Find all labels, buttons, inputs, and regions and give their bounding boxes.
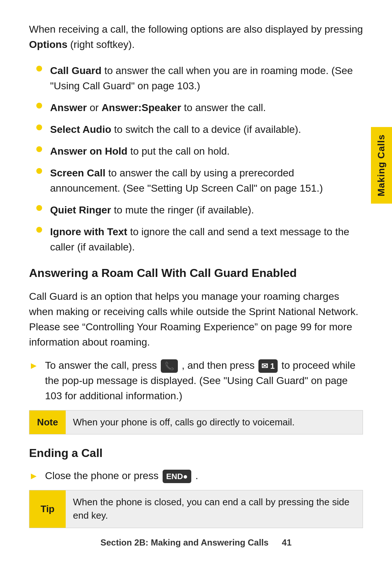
section2-arrow-list: ► Close the phone or press END● . xyxy=(29,468,363,483)
answerhold-text: to put the call on hold. xyxy=(130,146,230,157)
bullet-text-answer: Answer or Answer:Speaker to answer the c… xyxy=(50,100,363,115)
footer-page-number: 41 xyxy=(282,538,292,547)
quietringer-text: to mute the ringer (if available). xyxy=(114,204,254,216)
bullet-dot xyxy=(36,227,42,233)
bullet-item-answerhold: Answer on Hold to put the call on hold. xyxy=(29,144,363,159)
bullet-text-screencall: Screen Call to answer the call by using … xyxy=(50,166,363,196)
section1-arrow-list: ► To answer the call, press 📞 , and then… xyxy=(29,358,363,404)
intro-text: When receiving a call, the following opt… xyxy=(29,24,363,35)
bullet-item-selectaudio: Select Audio to switch the call to a dev… xyxy=(29,122,363,137)
bullet-dot xyxy=(36,124,42,130)
arrow-text-before: To answer the call, press xyxy=(45,360,160,371)
selectaudio-text: to switch the call to a device (if avail… xyxy=(114,124,301,135)
section2-arrow-item: ► Close the phone or press END● . xyxy=(29,468,363,483)
answerspeaker-bold: Answer:Speaker xyxy=(102,102,181,113)
bullet-text-selectaudio: Select Audio to switch the call to a dev… xyxy=(50,122,363,137)
screencall-bold: Screen Call xyxy=(50,167,106,179)
side-tab: Making Calls xyxy=(371,127,392,204)
answer-bold: Answer xyxy=(50,102,87,113)
selectaudio-bold: Select Audio xyxy=(50,124,111,135)
intro-bold: Options xyxy=(29,39,68,50)
bullet-item-quietringer: Quiet Ringer to mute the ringer (if avai… xyxy=(29,203,363,218)
ignorewithtext-bold: Ignore with Text xyxy=(50,226,127,237)
section2-heading: Ending a Call xyxy=(29,445,363,461)
bullet-text-answerhold: Answer on Hold to put the call on hold. xyxy=(50,144,363,159)
note-label: Note xyxy=(29,411,66,434)
close-text-after: . xyxy=(195,470,198,481)
page-container: Making Calls When receiving a call, the … xyxy=(0,0,392,564)
note-content: When your phone is off, calls go directl… xyxy=(66,411,363,434)
bullet-dot xyxy=(36,168,42,174)
bullet-dot xyxy=(36,66,42,72)
bullet-item-screencall: Screen Call to answer the call by using … xyxy=(29,166,363,196)
tip-box: Tip When the phone is closed, you can en… xyxy=(29,490,363,528)
callguard-bold: Call Guard xyxy=(50,65,102,76)
section1-body: Call Guard is an option that helps you m… xyxy=(29,289,363,350)
bullet-dot xyxy=(36,146,42,152)
side-tab-label: Making Calls xyxy=(375,134,388,196)
bullet-list: Call Guard to answer the call when you a… xyxy=(29,63,363,255)
arrow-icon-2: ► xyxy=(29,469,38,483)
msg1-button-icon: ✉ 1 xyxy=(258,359,277,373)
bullet-text-ignorewithtext: Ignore with Text to ignore the call and … xyxy=(50,224,363,255)
intro-text2: (right softkey). xyxy=(68,39,135,50)
bullet-item-callguard: Call Guard to answer the call when you a… xyxy=(29,63,363,94)
bullet-dot xyxy=(36,103,42,109)
bullet-item-answer: Answer or Answer:Speaker to answer the c… xyxy=(29,100,363,115)
quietringer-bold: Quiet Ringer xyxy=(50,204,111,216)
section2-arrow-text: Close the phone or press END● . xyxy=(45,468,363,483)
arrow-icon: ► xyxy=(29,359,38,373)
footer: Section 2B: Making and Answering Calls 4… xyxy=(0,536,392,549)
intro-paragraph: When receiving a call, the following opt… xyxy=(29,22,363,52)
end-button-icon: END● xyxy=(163,470,192,483)
tip-label: Tip xyxy=(29,490,66,528)
talk-button-icon: 📞 xyxy=(161,359,178,373)
bullet-text-quietringer: Quiet Ringer to mute the ringer (if avai… xyxy=(50,203,363,218)
bullet-text-callguard: Call Guard to answer the call when you a… xyxy=(50,63,363,94)
section1-heading: Answering a Roam Call With Call Guard En… xyxy=(29,266,363,281)
bullet-dot xyxy=(36,205,42,211)
answerhold-bold: Answer on Hold xyxy=(50,146,127,157)
note-box: Note When your phone is off, calls go di… xyxy=(29,410,363,435)
answer-text2: to answer the call. xyxy=(184,102,266,113)
footer-section: Section 2B: Making and Answering Calls xyxy=(101,538,269,547)
tip-content: When the phone is closed, you can end a … xyxy=(66,490,363,528)
section1-arrow-text: To answer the call, press 📞 , and then p… xyxy=(45,358,363,404)
section1-arrow-item: ► To answer the call, press 📞 , and then… xyxy=(29,358,363,404)
answer-text1: or xyxy=(90,102,102,113)
bullet-item-ignorewithtext: Ignore with Text to ignore the call and … xyxy=(29,224,363,255)
close-text-before: Close the phone or press xyxy=(45,470,162,481)
arrow-text-mid: , and then press xyxy=(182,360,258,371)
